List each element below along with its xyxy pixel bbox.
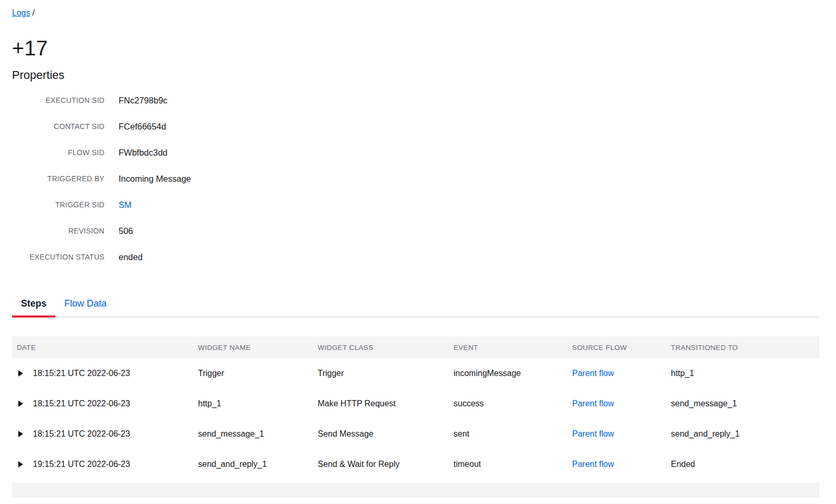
column-header-transitioned-to: TRANSITIONED TO [671,336,819,358]
property-row-execution-sid: EXECUTION SID FNc2798b9c [12,87,819,113]
property-label: EXECUTION SID [12,96,104,104]
column-header-widget-class: WIDGET CLASS [318,336,454,358]
step-event: incomingMessage [454,358,572,389]
step-widget-name: send_and_reply_1 [198,449,318,479]
table-footer-bar [12,483,819,497]
property-row-trigger-sid: TRIGGER SID SM [12,192,819,218]
property-label: CONTACT SID [12,122,104,131]
property-row-flow-sid: FLOW SID FWbfbdc3dd [12,139,819,166]
step-widget-name: Trigger [198,358,318,389]
property-label: REVISION [12,227,104,235]
source-flow-link[interactable]: Parent flow [572,369,614,378]
property-label: EXECUTION STATUS [12,253,104,261]
step-widget-name: send_message_1 [198,419,318,449]
step-event: timeout [454,449,572,479]
step-transitioned-to: send_and_reply_1 [671,419,819,449]
triggered-by-value: Incoming Message [119,174,191,184]
source-flow-link[interactable]: Parent flow [572,429,614,438]
page-content: Logs/ +17 Properties EXECUTION SID FNc27… [0,0,836,497]
property-label: FLOW SID [12,148,104,157]
table-row: 18:15:21 UTC 2022-06-23 Trigger Trigger … [12,358,819,389]
step-event: sent [454,419,572,449]
step-event: success [454,389,572,419]
table-row: 18:15:21 UTC 2022-06-23 send_message_1 S… [12,419,819,449]
property-label: TRIGGER SID [12,201,104,209]
step-transitioned-to: http_1 [671,358,819,389]
tab-bar: Steps Flow Data [12,294,819,318]
column-header-event: EVENT [454,336,572,358]
column-header-source-flow: SOURCE FLOW [572,336,671,358]
step-widget-name: http_1 [198,389,318,419]
expand-caret-icon[interactable] [18,431,23,437]
breadcrumb: Logs/ [12,8,819,18]
revision-value: 506 [119,226,133,236]
breadcrumb-logs-link[interactable]: Logs [12,8,30,17]
expand-caret-icon[interactable] [18,401,23,407]
source-flow-link[interactable]: Parent flow [572,460,614,468]
trigger-sid-link[interactable]: SM [119,200,132,210]
table-row: 19:15:21 UTC 2022-06-23 send_and_reply_1… [12,449,819,479]
breadcrumb-separator: / [32,8,34,17]
tab-flow-data[interactable]: Flow Data [55,294,115,318]
property-row-triggered-by: TRIGGERED BY Incoming Message [12,166,819,192]
step-widget-class: Trigger [318,358,454,389]
contact-sid-value: FCef66654d [119,122,166,132]
property-label: TRIGGERED BY [12,174,104,183]
table-row: 18:15:21 UTC 2022-06-23 http_1 Make HTTP… [12,389,819,419]
step-transitioned-to: Ended [671,449,819,479]
step-date: 19:15:21 UTC 2022-06-23 [33,460,130,469]
step-widget-class: Send Message [318,419,454,449]
step-date: 18:15:21 UTC 2022-06-23 [33,369,130,378]
steps-table: DATE WIDGET NAME WIDGET CLASS EVENT SOUR… [12,336,819,479]
column-header-widget-name: WIDGET NAME [198,336,318,358]
step-date: 18:15:21 UTC 2022-06-23 [33,429,130,439]
properties-heading: Properties [12,68,819,82]
step-transitioned-to: send_message_1 [671,389,819,419]
step-date: 18:15:21 UTC 2022-06-23 [33,399,130,408]
expand-caret-icon[interactable] [18,461,23,467]
property-row-execution-status: EXECUTION STATUS ended [12,244,819,270]
flow-sid-value: FWbfbdc3dd [119,148,168,158]
step-widget-class: Make HTTP Request [318,389,454,419]
tab-steps[interactable]: Steps [12,294,55,318]
column-header-date: DATE [12,336,198,358]
execution-sid-value: FNc2798b9c [119,96,168,106]
step-widget-class: Send & Wait for Reply [318,449,454,479]
steps-table-header: DATE WIDGET NAME WIDGET CLASS EVENT SOUR… [12,336,819,358]
page-title: +17 [12,37,819,60]
expand-caret-icon[interactable] [18,370,23,377]
property-row-contact-sid: CONTACT SID FCef66654d [12,113,819,139]
properties-list: EXECUTION SID FNc2798b9c CONTACT SID FCe… [12,87,819,270]
property-row-revision: REVISION 506 [12,218,819,244]
execution-status-value: ended [119,252,143,262]
source-flow-link[interactable]: Parent flow [572,399,614,408]
